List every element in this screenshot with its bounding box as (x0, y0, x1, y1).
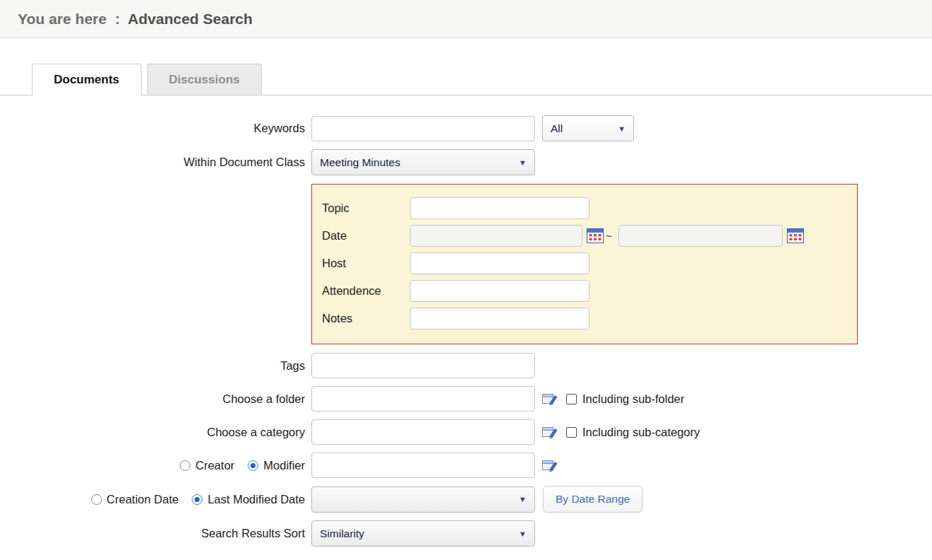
keywords-scope-select[interactable]: All ▼ (542, 115, 634, 141)
keywords-label: Keywords (0, 122, 311, 135)
include-subcategory-label: Including sub-category (582, 426, 700, 439)
folder-row: Choose a folder Including sub-folder (0, 386, 932, 412)
date-from-input[interactable] (410, 225, 582, 247)
category-input[interactable] (311, 419, 535, 445)
include-subfolder-label: Including sub-folder (582, 392, 684, 406)
breadcrumb-prefix: You are here (18, 11, 107, 27)
last-modified-date-radio-label: Last Modified Date (207, 493, 305, 506)
date-to-input[interactable] (619, 225, 783, 247)
tags-input[interactable] (311, 353, 535, 378)
host-label: Host (322, 257, 410, 270)
tab-documents[interactable]: Documents (32, 64, 142, 95)
date-radio-group: Creation Date Last Modified Date (0, 493, 311, 506)
breadcrumb-separator: : (115, 11, 120, 27)
attendence-label: Attendence (322, 284, 410, 298)
creation-date-radio-label: Creation Date (107, 493, 179, 506)
date-range-separator: ~ (606, 230, 612, 242)
owner-input[interactable] (311, 453, 535, 478)
creation-date-radio[interactable] (91, 494, 102, 505)
host-row: Host (322, 252, 847, 274)
document-class-label: Within Document Class (0, 156, 311, 169)
calendar-icon[interactable] (587, 228, 604, 243)
topic-input[interactable] (410, 197, 589, 219)
date-label: Date (322, 229, 410, 243)
keywords-input[interactable] (311, 116, 535, 141)
document-class-select[interactable]: Meeting Minutes ▼ (311, 149, 535, 175)
modifier-radio[interactable] (248, 460, 258, 471)
document-class-row: Within Document Class Meeting Minutes ▼ (0, 149, 932, 175)
by-date-range-button[interactable]: By Date Range (543, 486, 643, 513)
sort-label: Search Results Sort (0, 527, 311, 540)
notes-label: Notes (322, 312, 410, 325)
topic-label: Topic (322, 202, 410, 215)
attendence-input[interactable] (410, 280, 589, 302)
date-range-select[interactable]: ▼ (311, 486, 535, 513)
include-subcategory-checkbox[interactable] (566, 427, 577, 438)
sort-row: Search Results Sort Similarity ▼ (0, 520, 932, 547)
folder-input[interactable] (311, 386, 535, 412)
folder-picker-icon[interactable] (542, 392, 558, 406)
chevron-down-icon: ▼ (618, 124, 626, 133)
advanced-search-form: Keywords All ▼ Within Document Class Mee… (0, 95, 932, 547)
document-class-value: Meeting Minutes (320, 156, 401, 169)
date-filter-row: Creation Date Last Modified Date ▼ By Da… (0, 486, 932, 513)
category-row: Choose a category Including sub-category (0, 419, 932, 445)
topic-row: Topic (322, 197, 847, 219)
owner-radio-group: Creator Modifier (0, 459, 311, 472)
breadcrumb: You are here : Advanced Search (0, 0, 932, 38)
date-row: Date ~ (322, 225, 847, 247)
chevron-down-icon: ▼ (519, 158, 527, 167)
host-input[interactable] (410, 252, 589, 274)
creator-radio-label: Creator (195, 459, 234, 472)
chevron-down-icon: ▼ (519, 495, 527, 503)
last-modified-date-radio[interactable] (192, 494, 202, 505)
creator-radio[interactable] (180, 460, 190, 471)
category-label: Choose a category (0, 426, 311, 439)
sort-select[interactable]: Similarity ▼ (311, 520, 535, 547)
page-title: Advanced Search (128, 11, 253, 27)
folder-label: Choose a folder (0, 392, 311, 406)
notes-row: Notes (322, 308, 847, 329)
include-subfolder-checkbox[interactable] (566, 394, 577, 404)
tab-bar: Documents Discussions (0, 64, 932, 95)
keywords-scope-value: All (551, 122, 563, 135)
tags-row: Tags (0, 353, 932, 378)
notes-input[interactable] (410, 308, 589, 329)
chevron-down-icon: ▼ (519, 530, 527, 538)
category-picker-icon[interactable] (542, 425, 558, 439)
owner-row: Creator Modifier (0, 453, 932, 478)
sort-value: Similarity (320, 527, 364, 540)
user-picker-icon[interactable] (542, 458, 558, 472)
tags-label: Tags (0, 359, 311, 373)
attendence-row: Attendence (322, 280, 847, 302)
modifier-radio-label: Modifier (263, 459, 305, 472)
keywords-row: Keywords All ▼ (0, 115, 932, 141)
tab-discussions[interactable]: Discussions (147, 64, 262, 95)
calendar-icon[interactable] (787, 228, 804, 243)
document-class-panel: Topic Date ~ (311, 184, 858, 344)
